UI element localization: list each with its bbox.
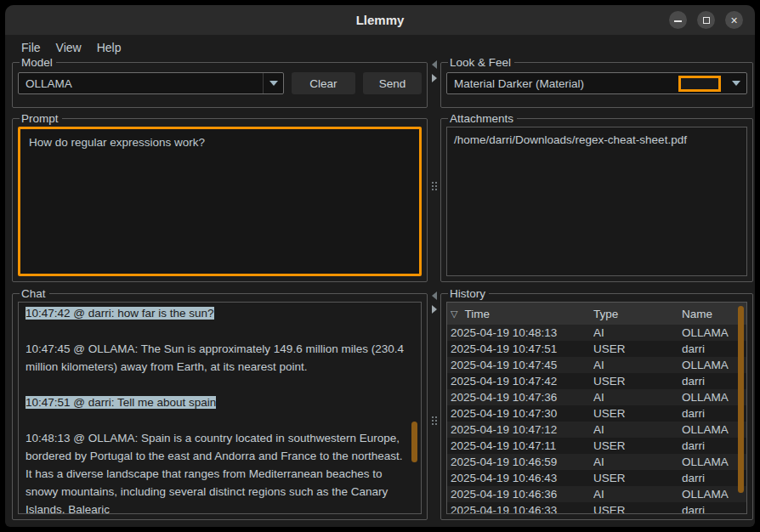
window-controls: ×: [669, 11, 743, 29]
table-row[interactable]: 2025-04-19 10:46:59AIOLLAMA: [447, 454, 746, 470]
chevron-down-icon: [269, 81, 278, 86]
splitter-handle-top[interactable]: [428, 56, 440, 282]
theme-color-swatch: [678, 76, 721, 92]
splitter-grip-icon: [432, 416, 434, 418]
table-cell: darri: [682, 342, 746, 355]
prompt-input[interactable]: How do regular expressions work?: [18, 127, 422, 276]
chat-message-text: 10:47:45 @ OLLAMA: The Sun is approximat…: [26, 342, 404, 373]
splitter-grip-icon: [432, 182, 434, 184]
look-feel-dropdown-zone[interactable]: [726, 73, 746, 93]
table-row[interactable]: 2025-04-19 10:46:33USERdarri: [447, 502, 746, 514]
history-rows: 2025-04-19 10:48:13AIOLLAMA2025-04-19 10…: [447, 325, 746, 514]
menu-view[interactable]: View: [48, 38, 89, 57]
chat-message-text: 10:48:13 @ OLLAMA: Spain is a country lo…: [26, 432, 403, 513]
chat-message[interactable]: 10:48:13 @ OLLAMA: Spain is a country lo…: [26, 429, 404, 513]
table-cell: AI: [593, 488, 682, 501]
splitter-handle-bottom[interactable]: [428, 287, 440, 520]
table-row[interactable]: 2025-04-19 10:47:30USERdarri: [447, 405, 746, 422]
table-cell: OLLAMA: [682, 359, 746, 371]
chat-message[interactable]: 10:47:42 @ darri: how far is the sun?: [26, 304, 404, 322]
app-window: Llemmy × File View Help Model OLLAMA: [5, 5, 755, 527]
model-group-label: Model: [20, 56, 56, 69]
table-cell: 2025-04-19 10:46:36: [447, 488, 593, 501]
table-cell: AI: [593, 391, 682, 404]
chevron-down-icon: [732, 81, 740, 86]
clear-button[interactable]: Clear: [292, 72, 355, 94]
close-button[interactable]: ×: [725, 11, 743, 29]
look-feel-select[interactable]: Material Darker (Material): [446, 72, 747, 94]
table-cell: 2025-04-19 10:47:42: [447, 375, 593, 388]
table-cell: OLLAMA: [682, 391, 746, 404]
chat-message[interactable]: 10:47:45 @ OLLAMA: The Sun is approximat…: [26, 340, 404, 376]
table-row[interactable]: 2025-04-19 10:47:45AIOLLAMA: [447, 357, 746, 373]
chat-message-selected-text: 10:47:42 @ darri: how far is the sun?: [26, 307, 214, 320]
send-button[interactable]: Send: [363, 72, 422, 94]
table-row[interactable]: 2025-04-19 10:47:42USERdarri: [447, 373, 746, 389]
table-row[interactable]: 2025-04-19 10:48:13AIOLLAMA: [447, 325, 746, 341]
column-header-time[interactable]: ▽ Time: [447, 308, 593, 320]
history-group: History ▽ Time Type Name 2025-04-19 10:4…: [440, 287, 753, 520]
column-header-type[interactable]: Type: [593, 308, 682, 320]
chat-group: Chat 10:47:42 @ darri: how far is the su…: [12, 287, 428, 520]
menu-file[interactable]: File: [14, 38, 48, 57]
table-cell: 2025-04-19 10:48:13: [447, 326, 593, 339]
table-cell: 2025-04-19 10:46:59: [447, 456, 593, 468]
maximize-button[interactable]: [697, 11, 715, 29]
triangle-left-icon: [432, 60, 437, 69]
table-cell: OLLAMA: [682, 423, 746, 436]
table-cell: OLLAMA: [682, 488, 746, 501]
model-select[interactable]: OLLAMA: [18, 72, 284, 94]
table-cell: AI: [593, 456, 682, 468]
look-feel-group: Look & Feel Material Darker (Material): [440, 56, 753, 108]
prompt-group-label: Prompt: [20, 112, 62, 125]
table-cell: AI: [593, 326, 682, 339]
table-cell: darri: [682, 375, 746, 388]
chat-message[interactable]: 10:47:51 @ darri: Tell me about spain: [26, 393, 404, 411]
table-row[interactable]: 2025-04-19 10:47:36AIOLLAMA: [447, 389, 746, 405]
history-group-label: History: [448, 287, 489, 300]
table-cell: USER: [593, 439, 682, 452]
maximize-icon: [703, 17, 710, 24]
splitter-collapse-right-button[interactable]: [429, 72, 439, 83]
chat-group-label: Chat: [20, 287, 49, 300]
table-row[interactable]: 2025-04-19 10:47:12AIOLLAMA: [447, 422, 746, 438]
table-row[interactable]: 2025-04-19 10:46:43USERdarri: [447, 470, 746, 486]
splitter-collapse-left-button[interactable]: [429, 290, 439, 301]
table-row[interactable]: 2025-04-19 10:47:11USERdarri: [447, 438, 746, 454]
table-cell: 2025-04-19 10:47:12: [447, 423, 593, 436]
history-scrollbar-thumb[interactable]: [738, 306, 744, 493]
history-table-header: ▽ Time Type Name: [447, 303, 746, 325]
chat-log[interactable]: 10:47:42 @ darri: how far is the sun?10:…: [19, 303, 421, 513]
attachments-group-label: Attachments: [448, 112, 517, 125]
attachments-list[interactable]: /home/darri/Downloads/regex-cheat-sheet.…: [446, 127, 747, 276]
model-selected-value: OLLAMA: [19, 77, 263, 90]
table-cell: USER: [593, 472, 682, 484]
column-header-name[interactable]: Name: [682, 308, 746, 320]
table-row[interactable]: 2025-04-19 10:46:36AIOLLAMA: [447, 486, 746, 502]
table-cell: USER: [593, 504, 682, 514]
table-cell: USER: [593, 375, 682, 388]
splitter-collapse-right-button[interactable]: [429, 303, 439, 314]
minimize-icon: [674, 20, 682, 22]
chat-box: 10:47:42 @ darri: how far is the sun?10:…: [18, 302, 422, 514]
table-cell: darri: [682, 439, 746, 452]
column-header-time-label: Time: [464, 308, 490, 320]
look-feel-group-label: Look & Feel: [448, 56, 514, 69]
triangle-right-icon: [432, 305, 437, 314]
table-row[interactable]: 2025-04-19 10:47:51USERdarri: [447, 341, 746, 357]
table-cell: 2025-04-19 10:46:33: [447, 504, 593, 514]
menu-help[interactable]: Help: [89, 38, 129, 57]
model-dropdown-zone[interactable]: [263, 73, 283, 93]
splitter-collapse-left-button[interactable]: [429, 59, 439, 70]
close-icon: ×: [730, 14, 737, 26]
model-group: Model OLLAMA Clear Send: [12, 56, 428, 108]
attachment-item[interactable]: /home/darri/Downloads/regex-cheat-sheet.…: [454, 132, 740, 149]
look-feel-selected-value: Material Darker (Material): [447, 77, 678, 90]
titlebar[interactable]: Llemmy ×: [5, 5, 755, 35]
table-cell: darri: [682, 407, 746, 420]
minimize-button[interactable]: [669, 11, 687, 29]
table-cell: USER: [593, 342, 682, 355]
chat-scrollbar-thumb[interactable]: [411, 422, 417, 462]
table-cell: USER: [593, 407, 682, 420]
table-cell: OLLAMA: [682, 326, 746, 339]
